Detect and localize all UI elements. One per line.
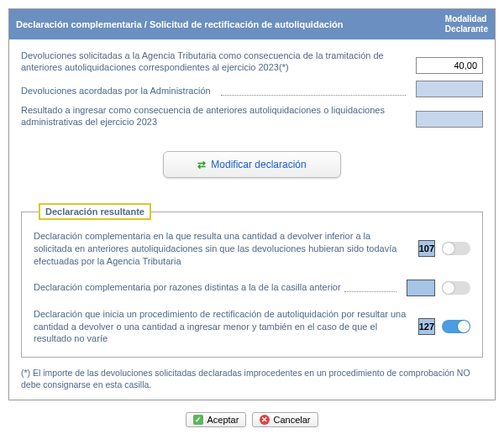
form-panel: Declaración complementaria / Solicitud d… (8, 8, 496, 400)
option-text-127: Declaración que inicia un procedimiento … (34, 308, 412, 346)
page: Declaración complementaria / Solicitud d… (0, 0, 504, 434)
declaracion-resultante-fieldset: Declaración resultante Declaración compl… (21, 203, 483, 358)
content-area: Devoluciones solicitadas a la Agencia Tr… (9, 39, 495, 400)
action-bar: ✓ Aceptar ✕ Cancelar (0, 412, 504, 427)
option-row-107: Declaración complementaria en la que res… (34, 230, 470, 268)
toggle-107[interactable] (442, 242, 470, 255)
modality-line1: Modalidad (445, 14, 486, 24)
label-devol-acordadas: Devoluciones acordadas por la Administra… (21, 85, 211, 97)
cancel-label: Cancelar (273, 415, 310, 425)
modify-declaration-button[interactable]: ⇄ Modificar declaración (163, 151, 340, 178)
footnote: (*) El importe de las devoluciones solic… (21, 368, 483, 390)
accept-label: Aceptar (207, 415, 239, 425)
header-title: Declaración complementaria / Solicitud d… (16, 19, 343, 29)
row-devol-acordadas: Devoluciones acordadas por la Administra… (21, 81, 483, 97)
option-row-127: Declaración que inicia un procedimiento … (34, 308, 470, 346)
modify-button-label: Modificar declaración (211, 159, 306, 170)
cancel-icon: ✕ (260, 415, 270, 425)
cancel-button[interactable]: ✕ Cancelar (252, 412, 318, 427)
input-resultado-ingresar (416, 111, 483, 128)
accept-button[interactable]: ✓ Aceptar (186, 412, 246, 427)
header-modality: Modalidad Declarante (445, 14, 488, 34)
refresh-icon: ⇄ (197, 159, 206, 170)
toggle-127[interactable] (442, 320, 470, 333)
input-devol-solicitadas[interactable] (416, 57, 483, 74)
dotted-fill-other (344, 284, 396, 292)
toggle-other[interactable] (442, 281, 470, 295)
resultante-legend: Declaración resultante (39, 203, 151, 220)
header-bar: Declaración complementaria / Solicitud d… (9, 9, 495, 39)
option-text-other: Declaración complementaria por razones d… (34, 281, 341, 294)
row-devol-solicitadas: Devoluciones solicitadas a la Agencia Tr… (21, 50, 483, 74)
input-devol-acordadas (416, 81, 483, 97)
label-resultado-ingresar: Resultado a ingresar como consecuencia d… (21, 104, 409, 128)
check-icon: ✓ (193, 415, 203, 425)
option-text-107: Declaración complementaria en la que res… (34, 230, 412, 268)
modality-line2: Declarante (445, 24, 488, 34)
option-row-other: Declaración complementaria por razones d… (34, 280, 470, 296)
casilla-blank (407, 280, 435, 296)
casilla-107: 107 (418, 240, 435, 257)
label-devol-solicitadas: Devoluciones solicitadas a la Agencia Tr… (21, 50, 409, 74)
row-resultado-ingresar: Resultado a ingresar como consecuencia d… (21, 104, 483, 128)
casilla-127: 127 (418, 318, 435, 335)
dotted-fill (221, 87, 406, 96)
